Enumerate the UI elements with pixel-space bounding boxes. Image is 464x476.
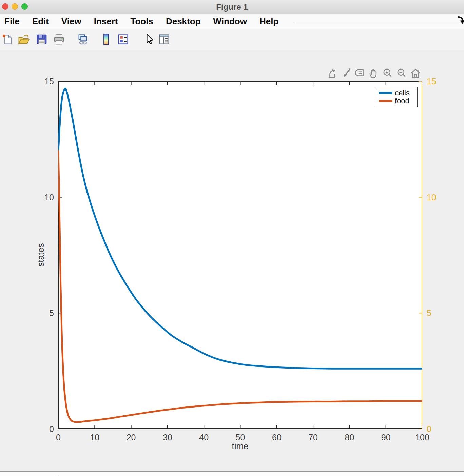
menu-edit[interactable]: Edit [32, 16, 49, 27]
menu-insert[interactable]: Insert [94, 16, 118, 27]
x-tick-label: 80 [345, 433, 354, 442]
window-title: Figure 1 [0, 2, 464, 12]
curve-food[interactable] [58, 151, 422, 422]
legend-entry[interactable]: food [379, 97, 417, 105]
x-tick-label: 70 [308, 433, 318, 442]
x-axis-label: time [232, 441, 248, 452]
brush-icon [341, 68, 351, 79]
y-tick-label-right: 10 [427, 192, 436, 202]
y-tick-label-right: 0 [427, 424, 431, 434]
plot-area[interactable] [58, 81, 422, 429]
cursor-arrow-icon [142, 33, 155, 46]
zoom-in-button[interactable] [382, 67, 393, 79]
edit-plot-button[interactable] [142, 32, 155, 46]
open-folder-icon [18, 33, 30, 46]
dock-figure-arrow-icon[interactable] [457, 16, 464, 26]
legend[interactable]: cellsfood [376, 87, 418, 107]
save-floppy-icon [36, 33, 48, 46]
menubar: File Edit View Insert Tools Desktop Wind… [0, 14, 464, 29]
legend-label: food [395, 97, 409, 105]
new-figure-button[interactable] [1, 32, 14, 46]
x-tick-label: 20 [127, 433, 136, 442]
zoom-out-button[interactable] [396, 67, 407, 79]
y-tick-label-left: 15 [44, 77, 54, 86]
save-figure-button[interactable] [35, 32, 49, 46]
home-icon [410, 68, 421, 79]
y-tick-label-left: 10 [44, 192, 54, 202]
export-button[interactable] [326, 67, 338, 79]
menu-window[interactable]: Window [213, 16, 247, 27]
figure-window: Figure 1 File Edit View Insert Tools Des… [0, 0, 464, 476]
pan-button[interactable] [368, 67, 380, 79]
menu-help[interactable]: Help [259, 16, 278, 27]
new-document-icon [1, 33, 14, 46]
colorbar-icon [100, 33, 112, 46]
printer-icon [53, 33, 65, 46]
legend-line-sample [379, 100, 392, 102]
x-tick-label: 90 [381, 433, 391, 442]
x-tick-label: 0 [56, 433, 61, 442]
figure-toolbar [0, 29, 464, 50]
zoom-in-icon [382, 68, 393, 79]
y-axis-label: states [36, 243, 46, 266]
background-window-edge: script [0, 471, 464, 476]
menu-file[interactable]: File [4, 16, 20, 27]
menu-tools[interactable]: Tools [131, 16, 153, 27]
pan-hand-icon [368, 68, 379, 79]
y-tick-label-right: 15 [427, 77, 436, 86]
menu-view[interactable]: View [61, 16, 81, 27]
y-tick-label-left: 5 [49, 308, 54, 318]
x-tick-label: 100 [415, 433, 429, 442]
property-inspector-button[interactable] [157, 32, 171, 46]
datatips-button[interactable] [354, 67, 366, 79]
legend-entry[interactable]: cells [379, 89, 417, 97]
y-tick-label-left: 0 [49, 424, 54, 434]
x-tick-label: 10 [90, 433, 99, 442]
zoom-out-icon [396, 68, 407, 79]
figure-canvas: cellsfood time states 010203040506070809… [0, 50, 464, 472]
legend-label: cells [395, 88, 410, 97]
x-tick-label: 50 [236, 433, 245, 442]
x-tick-label: 30 [163, 433, 172, 442]
link-icon [77, 33, 89, 46]
y-tick-label-right: 5 [427, 308, 431, 318]
menu-desktop[interactable]: Desktop [166, 16, 201, 27]
open-file-button[interactable] [17, 32, 31, 46]
x-tick-label: 60 [272, 433, 282, 442]
background-window-text: script [10, 473, 88, 476]
link-plot-button[interactable] [76, 32, 90, 46]
plot-svg [58, 81, 422, 429]
print-figure-button[interactable] [52, 32, 66, 46]
insert-legend-button[interactable] [116, 32, 130, 46]
restore-view-button[interactable] [410, 67, 421, 79]
axes-toolbar [326, 67, 421, 79]
brush-button[interactable] [340, 67, 352, 79]
export-icon [327, 68, 337, 79]
legend-icon [117, 33, 129, 46]
legend-line-sample [379, 92, 392, 94]
insert-colorbar-button[interactable] [99, 32, 113, 46]
curve-cells[interactable] [58, 88, 422, 369]
x-tick-label: 40 [199, 433, 209, 442]
datatips-icon [354, 68, 365, 79]
titlebar[interactable]: Figure 1 [0, 0, 464, 15]
menubar-divider [294, 24, 459, 24]
property-inspector-icon [158, 33, 170, 46]
